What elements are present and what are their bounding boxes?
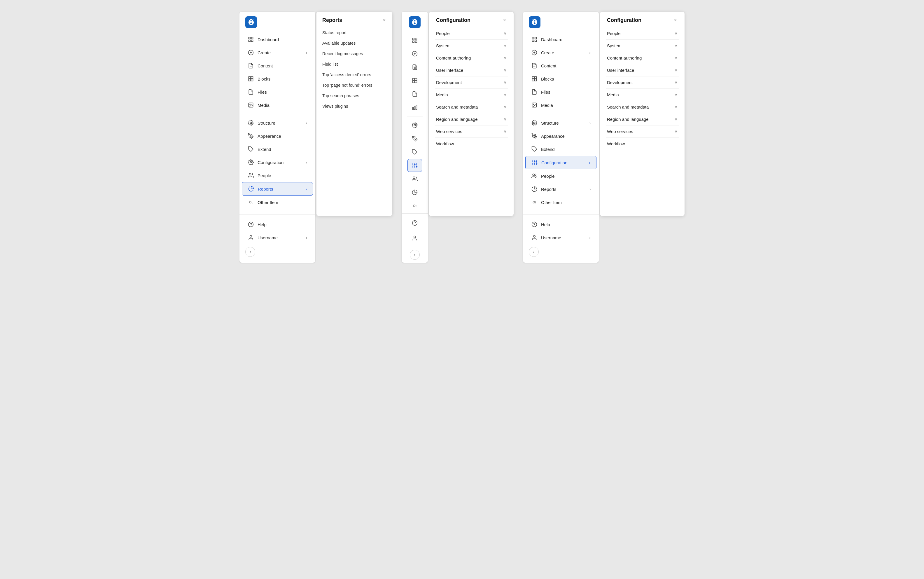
config-item-region-language-3[interactable]: Region and language ∨ (606, 113, 679, 126)
sidebar-item-reports-3[interactable]: Reports › (525, 183, 596, 196)
small-nav-create[interactable] (407, 47, 422, 60)
config-flyout-list-2: People ∨ System ∨ Content authoring ∨ Us… (429, 26, 513, 216)
sidebar-item-appearance-3[interactable]: Appearance (525, 129, 596, 142)
config-item-region-language[interactable]: Region and language ∨ (435, 113, 508, 126)
flyout-item-status-report[interactable]: Status report (322, 28, 386, 38)
chevron-right-icon: › (590, 236, 591, 240)
sidebar-item-content[interactable]: Content (242, 59, 313, 72)
close-button[interactable]: × (382, 17, 386, 23)
config-item-development[interactable]: Development ∨ (435, 77, 508, 89)
sidebar-item-blocks-3[interactable]: Blocks (525, 72, 596, 85)
sidebar-item-other-3[interactable]: Ot Other Item (525, 196, 596, 209)
chevron-right-icon: › (590, 121, 591, 125)
chevron-right-icon: › (590, 51, 591, 55)
config-item-web-services-3[interactable]: Web services ∨ (606, 126, 679, 138)
config-item-label: Content authoring (607, 56, 642, 61)
small-nav-user[interactable] (407, 232, 422, 245)
sidebar-item-extend-3[interactable]: Extend (525, 143, 596, 155)
sidebar-item-reports[interactable]: Reports › (242, 182, 313, 196)
config-item-label: Media (607, 92, 619, 97)
config-item-content-authoring-3[interactable]: Content authoring ∨ (606, 52, 679, 64)
flyout-item-recent-log[interactable]: Recent log messages (322, 49, 386, 59)
sidebar-item-media[interactable]: Media (242, 99, 313, 111)
small-nav-blocks[interactable] (407, 74, 422, 87)
sidebar-item-create[interactable]: Create › (242, 46, 313, 59)
sidebar-item-appearance[interactable]: Appearance (242, 129, 313, 142)
config-item-media[interactable]: Media ∨ (435, 89, 508, 101)
small-nav-content[interactable] (407, 61, 422, 74)
config-item-system-3[interactable]: System ∨ (606, 40, 679, 52)
config-item-label: Content authoring (436, 56, 471, 61)
sidebar-item-structure-3[interactable]: Structure › (525, 116, 596, 129)
sidebar-item-username[interactable]: Username › (242, 231, 313, 244)
config-item-web-services[interactable]: Web services ∨ (435, 126, 508, 138)
config-item-media-3[interactable]: Media ∨ (606, 89, 679, 101)
collapse-sidebar-button-3[interactable]: ‹ (529, 247, 539, 257)
flyout-item-field-list[interactable]: Field list (322, 59, 386, 69)
config-item-workflow[interactable]: Workflow (435, 138, 508, 150)
users-icon (531, 173, 538, 179)
sidebar-item-content-3[interactable]: Content (525, 59, 596, 72)
config-item-search-metadata-3[interactable]: Search and metadata ∨ (606, 101, 679, 113)
flyout-header: Reports × (316, 11, 392, 26)
small-sidebar-footer: › (402, 213, 428, 266)
sidebar-item-files[interactable]: Files (242, 85, 313, 98)
small-nav-files[interactable] (407, 88, 422, 100)
config-item-content-authoring[interactable]: Content authoring ∨ (435, 52, 508, 64)
cpu-icon (412, 122, 418, 128)
drupal-logo-3[interactable] (529, 16, 541, 28)
config-item-development-3[interactable]: Development ∨ (606, 77, 679, 89)
sidebar-item-structure[interactable]: Structure › (242, 116, 313, 129)
small-nav-other[interactable]: Ot (407, 200, 422, 212)
small-nav-people[interactable] (407, 172, 422, 185)
close-button-3[interactable]: × (673, 17, 678, 23)
sidebar-item-configuration-3[interactable]: Configuration › (525, 156, 596, 169)
sidebar-item-blocks[interactable]: Blocks (242, 72, 313, 85)
sidebar-item-username-3[interactable]: Username › (525, 231, 596, 244)
sidebar-item-dashboard-3[interactable]: Dashboard (525, 33, 596, 46)
flyout-item-top-search[interactable]: Top search phrases (322, 90, 386, 101)
flyout-item-access-denied[interactable]: Top 'access denied' errors (322, 69, 386, 80)
config-item-people-3[interactable]: People ∨ (606, 28, 679, 40)
chevron-right-icon: › (306, 121, 307, 125)
flyout-item-available-updates[interactable]: Available updates (322, 38, 386, 49)
sidebar-item-create-3[interactable]: Create › (525, 46, 596, 59)
small-nav-appearance[interactable] (407, 132, 422, 145)
flyout-item-page-not-found[interactable]: Top 'page not found' errors (322, 80, 386, 90)
config-item-user-interface[interactable]: User interface ∨ (435, 64, 508, 77)
small-nav-configuration[interactable] (407, 159, 422, 172)
sidebar-item-dashboard[interactable]: Dashboard (242, 33, 313, 46)
sidebar-item-extend[interactable]: Extend (242, 143, 313, 155)
small-nav-pie[interactable] (407, 186, 422, 199)
config-item-user-interface-3[interactable]: User interface ∨ (606, 64, 679, 77)
drupal-logo-1[interactable] (245, 16, 257, 28)
config-item-label: Development (607, 80, 632, 85)
close-button-2[interactable]: × (502, 17, 507, 23)
expand-sidebar-button[interactable]: › (410, 250, 420, 260)
sidebar-item-label: Reports (541, 187, 586, 192)
small-nav-extend[interactable] (407, 146, 422, 159)
sidebar-item-configuration[interactable]: Configuration › (242, 156, 313, 168)
sidebar-item-label: Media (257, 103, 307, 108)
sidebar-item-help-3[interactable]: Help (525, 218, 596, 231)
sidebar-item-people[interactable]: People (242, 169, 313, 182)
sidebar-nav-3: Dashboard Create › Content Blocks (523, 33, 599, 214)
sidebar-item-files-3[interactable]: Files (525, 85, 596, 98)
flyout-title: Reports (322, 17, 342, 23)
flyout-item-views-plugins[interactable]: Views plugins (322, 101, 386, 111)
config-item-workflow-3[interactable]: Workflow (606, 138, 679, 150)
collapse-sidebar-button[interactable]: ‹ (245, 247, 255, 257)
small-nav-structure[interactable] (407, 119, 422, 132)
small-nav-help[interactable] (407, 216, 422, 229)
config-item-search-metadata[interactable]: Search and metadata ∨ (435, 101, 508, 113)
config-item-system[interactable]: System ∨ (435, 40, 508, 52)
sidebar-item-other[interactable]: Ot Other Item (242, 196, 313, 209)
config-item-people[interactable]: People ∨ (435, 28, 508, 40)
sidebar-item-people-3[interactable]: People (525, 170, 596, 182)
sidebar-item-label: Username (257, 235, 303, 240)
drupal-logo-2[interactable] (409, 16, 420, 28)
sidebar-item-help[interactable]: Help (242, 218, 313, 231)
small-nav-reports-icon[interactable] (407, 101, 422, 114)
small-nav-dashboard[interactable] (407, 34, 422, 47)
sidebar-item-media-3[interactable]: Media (525, 99, 596, 111)
